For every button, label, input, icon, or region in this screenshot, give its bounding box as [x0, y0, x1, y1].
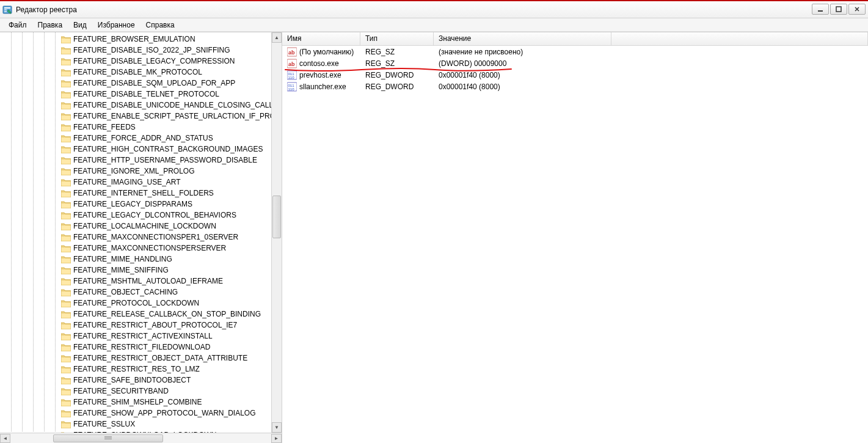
menu-help[interactable]: Справка [141, 20, 180, 31]
tree-item-label: FEATURE_RESTRICT_RES_TO_LMZ [73, 365, 200, 373]
tree-item-label: FEATURE_RELEASE_CALLBACK_ON_STOP_BINDING [73, 310, 261, 318]
scroll-down-arrow-icon[interactable]: ▼ [272, 422, 282, 433]
scroll-right-arrow-icon[interactable]: ► [271, 434, 282, 443]
value-type: REG_SZ [360, 59, 434, 68]
tree-item[interactable]: FEATURE_MIME_SNIFFING [0, 265, 282, 276]
tree-item[interactable]: FEATURE_LEGACY_DISPPARAMS [0, 199, 282, 210]
list-row[interactable]: contoso.exeREG_SZ(DWORD) 00009000 [282, 57, 868, 69]
folder-icon [61, 299, 71, 307]
value-type: REG_DWORD [360, 82, 434, 91]
tree-item[interactable]: FEATURE_LOCALMACHINE_LOCKDOWN [0, 221, 282, 232]
folder-icon [61, 365, 71, 373]
scroll-left-arrow-icon[interactable]: ◄ [0, 434, 10, 443]
menu-file[interactable]: Файл [4, 20, 32, 31]
tree-item-label: FEATURE_IMAGING_USE_ART [73, 178, 181, 186]
tree-item[interactable]: FEATURE_RESTRICT_ABOUT_PROTOCOL_IE7 [0, 320, 282, 331]
tree-item-label: FEATURE_OBJECT_CACHING [73, 288, 178, 296]
tree-item-label: FEATURE_ENABLE_SCRIPT_PASTE_URLACTION_IF… [73, 112, 282, 120]
tree-item[interactable]: FEATURE_IGNORE_XML_PROLOG [0, 166, 282, 177]
scroll-thumb[interactable] [272, 196, 281, 238]
tree-item-label: FEATURE_IGNORE_XML_PROLOG [73, 167, 195, 175]
tree-item[interactable]: FEATURE_RESTRICT_RES_TO_LMZ [0, 364, 282, 375]
menu-favorites[interactable]: Избранное [93, 20, 140, 31]
folder-icon [61, 145, 71, 153]
column-header-value[interactable]: Значение [434, 32, 611, 45]
list-row[interactable]: (По умолчанию)REG_SZ(значение не присвое… [282, 46, 868, 57]
close-button[interactable] [848, 4, 866, 15]
minimize-button[interactable] [812, 4, 829, 15]
tree-item[interactable]: FEATURE_DISABLE_MK_PROTOCOL [0, 67, 282, 78]
tree-item[interactable]: FEATURE_DISABLE_LEGACY_COMPRESSION [0, 56, 282, 67]
tree-item[interactable]: FEATURE_SHOW_APP_PROTOCOL_WARN_DIALOG [0, 408, 282, 419]
folder-icon [61, 211, 71, 219]
menu-edit[interactable]: Правка [33, 20, 68, 31]
tree-item-label: FEATURE_MIME_HANDLING [73, 255, 172, 263]
tree-item[interactable]: FEATURE_HTTP_USERNAME_PASSWORD_DISABLE [0, 155, 282, 166]
value-data: (значение не присвоено) [434, 48, 868, 56]
tree-item[interactable]: FEATURE_SHIM_MSHELP_COMBINE [0, 397, 282, 408]
list-row[interactable]: sllauncher.exeREG_DWORD0x00001f40 (8000) [282, 81, 868, 92]
tree-item-label: FEATURE_DISABLE_LEGACY_COMPRESSION [73, 57, 235, 65]
tree-item[interactable]: FEATURE_SSLUX [0, 419, 282, 430]
maximize-button[interactable] [830, 4, 847, 15]
tree-item[interactable]: FEATURE_RESTRICT_OBJECT_DATA_ATTRIBUTE [0, 353, 282, 364]
column-header-spacer[interactable] [611, 32, 868, 45]
tree-item[interactable]: FEATURE_DISABLE_UNICODE_HANDLE_CLOSING_C… [0, 100, 282, 111]
value-name: (По умолчанию) [299, 48, 354, 56]
tree-item[interactable]: FEATURE_IMAGING_USE_ART [0, 177, 282, 188]
folder-icon [61, 398, 71, 406]
tree-item-label: FEATURE_SSLUX [73, 420, 135, 428]
tree-item-label: FEATURE_HIGH_CONTRAST_BACKGROUND_IMAGES [73, 145, 263, 153]
tree-item[interactable]: FEATURE_RELEASE_CALLBACK_ON_STOP_BINDING [0, 309, 282, 320]
tree-item[interactable]: FEATURE_FORCE_ADDR_AND_STATUS [0, 133, 282, 144]
tree-item-label: FEATURE_LEGACY_DLCONTROL_BEHAVIORS [73, 211, 236, 219]
tree-item[interactable]: FEATURE_RESTRICT_FILEDOWNLOAD [0, 342, 282, 353]
tree-scroll[interactable]: FEATURE_BROWSER_EMULATIONFEATURE_DISABLE… [0, 32, 282, 433]
folder-icon [61, 200, 71, 208]
tree-item[interactable]: FEATURE_MIME_HANDLING [0, 254, 282, 265]
tree-item[interactable]: FEATURE_FEEDS [0, 122, 282, 133]
value-name: sllauncher.exe [299, 82, 346, 91]
scroll-track[interactable] [10, 434, 271, 443]
tree-item[interactable]: FEATURE_OBJECT_CACHING [0, 287, 282, 298]
tree-horizontal-scrollbar[interactable]: ◄ ► [0, 433, 282, 443]
tree-item[interactable]: FEATURE_SECURITYBAND [0, 386, 282, 397]
tree-item[interactable]: FEATURE_RESTRICT_ACTIVEXINSTALL [0, 331, 282, 342]
folder-icon [61, 332, 71, 340]
list-row[interactable]: prevhost.exeREG_DWORD0x00001f40 (8000) [282, 69, 868, 81]
column-header-type[interactable]: Тип [360, 32, 434, 45]
folder-icon [61, 123, 71, 131]
folder-icon [61, 321, 71, 329]
tree-item[interactable]: FEATURE_MSHTML_AUTOLOAD_IEFRAME [0, 276, 282, 287]
tree-item[interactable]: FEATURE_DISABLE_ISO_2022_JP_SNIFFING [0, 45, 282, 56]
tree-item[interactable]: FEATURE_INTERNET_SHELL_FOLDERS [0, 188, 282, 199]
tree-item[interactable]: FEATURE_SAFE_BINDTOOBJECT [0, 375, 282, 386]
tree-item[interactable]: FEATURE_BROWSER_EMULATION [0, 34, 282, 45]
tree-item[interactable]: FEATURE_LEGACY_DLCONTROL_BEHAVIORS [0, 210, 282, 221]
scroll-track[interactable] [272, 43, 282, 422]
tree-item[interactable]: FEATURE_HIGH_CONTRAST_BACKGROUND_IMAGES [0, 144, 282, 155]
menu-view[interactable]: Вид [68, 20, 92, 31]
tree-item[interactable]: FEATURE_PROTOCOL_LOCKDOWN [0, 298, 282, 309]
tree-item-label: FEATURE_RESTRICT_ABOUT_PROTOCOL_IE7 [73, 321, 237, 329]
folder-icon [61, 178, 71, 186]
list-pane: Имя Тип Значение (По умолчанию)REG_SZ(зн… [282, 32, 868, 443]
folder-icon [61, 90, 71, 98]
tree-item[interactable]: FEATURE_MAXCONNECTIONSPER1_0SERVER [0, 232, 282, 243]
scroll-thumb[interactable] [53, 434, 163, 442]
column-header-name[interactable]: Имя [282, 32, 360, 45]
tree-item-label: FEATURE_DISABLE_UNICODE_HANDLE_CLOSING_C… [73, 101, 282, 109]
tree-item[interactable]: FEATURE_DISABLE_TELNET_PROTOCOL [0, 89, 282, 100]
value-type: REG_SZ [360, 48, 434, 56]
tree-item[interactable]: FEATURE_MAXCONNECTIONSPERSERVER [0, 243, 282, 254]
folder-icon [61, 68, 71, 76]
value-data: (DWORD) 00009000 [434, 59, 868, 68]
tree-item-label: FEATURE_MAXCONNECTIONSPERSERVER [73, 244, 226, 252]
tree-item[interactable]: FEATURE_DISABLE_SQM_UPLOAD_FOR_APP [0, 78, 282, 89]
folder-icon [61, 167, 71, 175]
tree-vertical-scrollbar[interactable]: ▲ ▼ [271, 32, 282, 433]
tree-item[interactable]: FEATURE_ENABLE_SCRIPT_PASTE_URLACTION_IF… [0, 111, 282, 122]
list-body[interactable]: (По умолчанию)REG_SZ(значение не присвое… [282, 46, 868, 443]
value-name: prevhost.exe [299, 71, 341, 79]
scroll-up-arrow-icon[interactable]: ▲ [272, 32, 282, 43]
